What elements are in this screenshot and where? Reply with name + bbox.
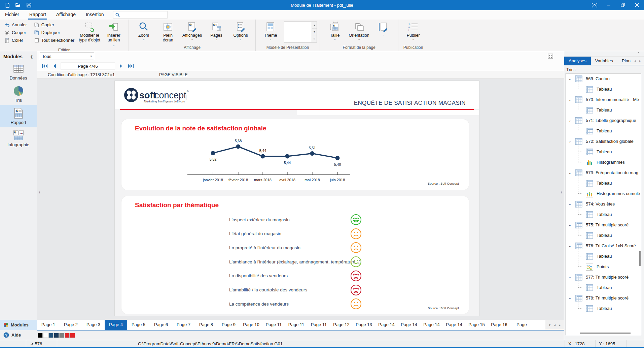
- chevron-down-icon[interactable]: ⌄: [566, 170, 571, 175]
- tree-leaf[interactable]: Points: [566, 261, 641, 272]
- left-splitter-handle[interactable]: ⋮: [38, 192, 39, 193]
- open-folder-icon[interactable]: [15, 2, 21, 8]
- tree-leaf-label[interactable]: Tableau: [597, 285, 612, 290]
- page-tab-20[interactable]: Page 15: [465, 320, 488, 330]
- tree-leaf-label[interactable]: Points: [597, 264, 609, 269]
- tree-node-label[interactable]: 571: Libellé géographique: [586, 118, 636, 123]
- bottom-button-aide[interactable]: ?Aide: [0, 330, 37, 340]
- sidebar-item-infographie[interactable]: Infographie: [0, 127, 37, 150]
- tree-node[interactable]: ⌄578: Tri multiple scoré: [566, 293, 641, 303]
- page-tab-7[interactable]: Page 7: [172, 320, 195, 330]
- tree-leaf-label[interactable]: Tableau: [597, 254, 612, 259]
- last-page-button[interactable]: [127, 63, 135, 69]
- tree-leaf[interactable]: Tableau: [566, 303, 641, 314]
- orientation-button[interactable]: Orientation⌄: [347, 21, 371, 41]
- page-tab-13[interactable]: Page 11: [308, 320, 330, 330]
- tab-analyses[interactable]: Analyses: [564, 57, 591, 65]
- menu-tab-fichier[interactable]: Fichier: [0, 10, 24, 20]
- tabs-dropdown-icon[interactable]: ▾: [549, 323, 550, 327]
- chevron-left-icon[interactable]: ❮: [30, 54, 33, 59]
- tree-node[interactable]: ⌄576: Tri Croisé 1xN Scoré: [566, 241, 641, 251]
- chevron-down-icon[interactable]: ⌄: [566, 76, 571, 81]
- tree-node-label[interactable]: 577: Tri multiple scoré: [586, 275, 629, 280]
- tree-leaf[interactable]: Tableau: [566, 126, 641, 136]
- tree-node-label[interactable]: 573: Fréquentation du mag: [586, 170, 638, 175]
- right-splitter-handle[interactable]: ⋮: [560, 192, 561, 193]
- page-tab-18[interactable]: Page 14: [420, 320, 443, 330]
- tabs-scroll-right-icon[interactable]: ▸: [559, 323, 561, 327]
- page-tab-21[interactable]: Page 16: [488, 320, 510, 330]
- page-tab-12[interactable]: Page 11: [285, 320, 308, 330]
- page-indicator[interactable]: Page 4/46: [61, 62, 115, 70]
- tree-leaf[interactable]: Tableau: [566, 251, 641, 261]
- more-styles-icon[interactable]: ⍗: [312, 35, 317, 42]
- tree-leaf[interactable]: Tableau: [566, 105, 641, 115]
- coller-button[interactable]: Coller: [3, 37, 28, 44]
- tree-node-label[interactable]: 576: Tri Croisé 1xN Scoré: [586, 243, 636, 248]
- page-tab-9[interactable]: Page 9: [217, 320, 240, 330]
- tree-leaf-label[interactable]: Tableau: [597, 87, 612, 92]
- copier-button[interactable]: Copier: [33, 21, 75, 28]
- tree-leaf-label[interactable]: Histogrammes cumulé: [597, 191, 640, 196]
- restore-icon[interactable]: [616, 0, 630, 10]
- minimize-icon[interactable]: [602, 0, 616, 10]
- page-tab-6[interactable]: Page 6: [150, 320, 172, 330]
- page-filter-select[interactable]: Tous ▾: [40, 53, 94, 60]
- tree-leaf-label[interactable]: Tableau: [597, 306, 612, 311]
- tab-plan[interactable]: Plan: [617, 57, 635, 65]
- tab-scroll-arrows[interactable]: ◂ ▸: [634, 59, 642, 63]
- tree-leaf-label[interactable]: Histogrammes: [597, 160, 625, 165]
- menu-tab-affichage[interactable]: Affichage: [51, 10, 81, 20]
- tree-node-label[interactable]: 570: Intercommunalité - Mé: [586, 97, 639, 102]
- chevron-down-icon[interactable]: ⌄: [566, 223, 571, 227]
- next-page-button[interactable]: [117, 63, 125, 69]
- sidebar-item-tris[interactable]: Tris: [0, 83, 37, 105]
- tree-leaf[interactable]: Histogrammes: [566, 157, 641, 167]
- collapse-panel-icon[interactable]: ⌃: [637, 52, 640, 55]
- inserer-un-lien-button[interactable]: Insérerun lien ⌄: [102, 21, 126, 47]
- modifier-le-type-d-objet-button[interactable]: Modifier letype d'objet: [77, 21, 102, 42]
- affichages-button[interactable]: Affichages⌄: [180, 21, 204, 41]
- menu-tab-insertion[interactable]: Insertion: [81, 10, 109, 20]
- page-tab-22[interactable]: Page: [510, 320, 533, 330]
- tree-leaf-label[interactable]: Tableau: [597, 107, 612, 113]
- tree-leaf-label[interactable]: Tableau: [597, 128, 612, 133]
- tree-leaf-label[interactable]: Tableau: [597, 181, 612, 186]
- tree-node[interactable]: ⌄573: Fréquentation du mag: [566, 167, 641, 178]
- page-tab-8[interactable]: Page 8: [195, 320, 217, 330]
- theme-gallery-listbox[interactable]: ▲▼⍗: [284, 22, 317, 42]
- options-button[interactable]: Options⌄: [228, 21, 253, 41]
- chevron-down-icon[interactable]: ⌄: [566, 244, 571, 248]
- chevron-down-icon[interactable]: ⌄: [566, 97, 571, 102]
- chevron-down-icon[interactable]: ⌄: [566, 139, 571, 144]
- tree-leaf-label[interactable]: Tableau: [597, 212, 612, 217]
- chevron-down-icon[interactable]: ⌄: [566, 118, 571, 123]
- color-swatch-1[interactable]: [38, 333, 43, 338]
- tree-node-label[interactable]: 572: Satisfaction globale: [586, 139, 634, 144]
- taille-button[interactable]: Taille⌄: [323, 21, 347, 41]
- page-tab-14[interactable]: Page 12: [330, 320, 353, 330]
- color-swatch-2[interactable]: [43, 333, 48, 338]
- tree-leaf[interactable]: Tableau: [566, 209, 641, 220]
- color-swatch-7[interactable]: [70, 333, 75, 338]
- tree-leaf[interactable]: Tableau: [566, 230, 641, 241]
- page-tab-3[interactable]: Page 3: [82, 320, 105, 330]
- tree-leaf[interactable]: Tableau: [566, 147, 641, 157]
- scroll-down-icon[interactable]: ▼: [312, 29, 317, 35]
- dupliquer-button[interactable]: Dupliquer: [33, 29, 75, 36]
- tree-leaf-label[interactable]: Tableau: [597, 233, 612, 238]
- chevron-down-icon[interactable]: ⌄: [566, 275, 571, 279]
- publier-button[interactable]: 1.a.i.Publier⌄: [401, 21, 425, 41]
- page-tab-17[interactable]: Page 14: [398, 320, 420, 330]
- page-tab-5[interactable]: Page 5: [127, 320, 150, 330]
- theme-button[interactable]: Thème⌄: [258, 21, 283, 41]
- annuler-button[interactable]: Annuler: [3, 21, 28, 28]
- chevron-down-icon[interactable]: ⌄: [566, 202, 571, 206]
- tree-node-label[interactable]: 574: Vous êtes: [586, 201, 615, 207]
- page-tab-16[interactable]: Page 14: [375, 320, 398, 330]
- plein-ecran-button[interactable]: Pleinécran: [156, 21, 180, 42]
- couper-button[interactable]: Couper: [3, 29, 28, 36]
- tree-node[interactable]: ⌄572: Satisfaction globale: [566, 136, 641, 147]
- report-canvas[interactable]: ⋮ ⋮ soft concept © Marketing: [37, 79, 564, 320]
- color-swatch-5[interactable]: [59, 333, 64, 338]
